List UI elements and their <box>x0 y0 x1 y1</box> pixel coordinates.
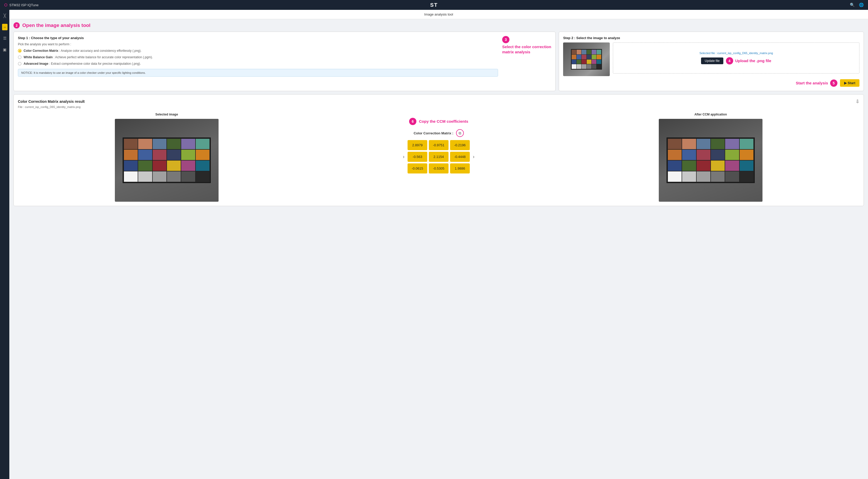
step2-footer: Start the analysis 5 ▶ Start <box>563 79 860 87</box>
radio-wb[interactable]: White Balance Gain : Achieve perfect whi… <box>18 55 498 60</box>
ccm-annotation-text: Copy the CCM coefficients <box>419 119 468 124</box>
section-header: 2 Open the image analysis tool <box>13 22 864 29</box>
matrix-cell: -0.4448 <box>450 152 470 162</box>
radio-ccm-text: Color Correction Matrix : Analyze color … <box>24 49 142 53</box>
sidebar-usb-icon[interactable]: ╳ <box>3 12 7 19</box>
annotation3-text: Select the color correction matrix analy… <box>502 44 551 55</box>
topbar: ⬡ STM32 ISP IQTune ST 🔍 🌐 <box>0 0 868 10</box>
annotation3-badge: 3 <box>502 36 509 43</box>
matrix-cell: 2.8979 <box>408 140 427 150</box>
radio-wb-text: White Balance Gain : Achieve perfect whi… <box>24 55 153 60</box>
start-annotation-text: Start the analysis <box>796 80 828 86</box>
prev-arrow[interactable]: › <box>401 154 406 160</box>
matrix-with-arrows: › 2.8979-0.9751-0.2196-0.5632.1154-0.444… <box>401 140 476 173</box>
radio-adv-circle[interactable] <box>18 62 22 66</box>
start-button[interactable]: ▶ Start <box>840 79 860 87</box>
results-header: Color Correction Matrix analysis result … <box>18 99 860 104</box>
radio-adv[interactable]: Advanced Image : Extract comprehensive c… <box>18 62 498 66</box>
result-left-label: Selected image <box>155 113 178 116</box>
ccm-label: Color Correction Matrix : <box>413 131 453 135</box>
step1-label: Step 1 : Choose the type of your analysi… <box>18 36 498 40</box>
matrix-cell: 2.1154 <box>429 152 448 162</box>
result-right-label: After CCM application <box>694 113 727 116</box>
next-arrow[interactable]: › <box>471 154 476 160</box>
result-col-left: Selected image <box>18 113 315 202</box>
sidebar-document-icon[interactable]: ▣ <box>2 46 7 53</box>
results-columns: Selected image 6 Copy the CCM coefficien… <box>18 113 860 202</box>
pick-label: Pick the analysis you want to perform : <box>18 42 498 46</box>
ccm-col: 6 Copy the CCM coefficients Color Correc… <box>320 113 558 173</box>
step1-card: Step 1 : Choose the type of your analysi… <box>13 32 556 91</box>
upload-area[interactable]: Selected file : current_isp_config_D65_i… <box>613 42 860 73</box>
result-col-right: After CCM application <box>562 113 860 202</box>
matrix-cell: 1.9886 <box>450 163 470 173</box>
selected-file-text: Selected file : current_isp_config_D65_i… <box>700 52 773 55</box>
matrix-grid: 2.8979-0.9751-0.2196-0.5632.1154-0.4448-… <box>408 140 470 173</box>
notice-box: NOTICE: It is mandatory to use an image … <box>18 69 498 77</box>
colorchecker-large-right <box>666 137 755 183</box>
annotation3: 3 Select the color correction matrix ana… <box>502 36 551 55</box>
topbar-actions: 🔍 🌐 <box>850 3 864 7</box>
ccm-annotation: 6 Copy the CCM coefficients <box>409 118 468 125</box>
topbar-center: ST <box>430 2 438 8</box>
colorchecker-large-left <box>123 137 211 183</box>
ccm-label-row: Color Correction Matrix : ⧉ <box>413 129 464 137</box>
main-content: Image analysis tool 2 Open the image ana… <box>9 10 868 479</box>
search-icon[interactable]: 🔍 <box>850 3 855 7</box>
radio-adv-text: Advanced Image : Extract comprehensive c… <box>24 62 141 66</box>
step-badge-2: 2 <box>13 22 20 29</box>
matrix-cell: -0.2196 <box>450 140 470 150</box>
copy-button[interactable]: ⧉ <box>456 129 464 137</box>
annotation4: 4 Upload the .png file <box>726 57 771 65</box>
section-title: Open the image analysis tool <box>22 23 91 28</box>
annotation4-text: Upload the .png file <box>735 58 771 63</box>
result-image-right <box>659 119 763 202</box>
colorchecker-mini <box>571 49 602 70</box>
sidebar-waveform-icon[interactable]: ⎓ <box>2 24 7 30</box>
app-title: STM32 ISP IQTune <box>9 3 39 7</box>
preview-placeholder <box>563 42 610 76</box>
st-logo: ST <box>430 2 438 8</box>
results-title: Color Correction Matrix analysis result <box>18 99 85 104</box>
globe-icon[interactable]: 🌐 <box>859 3 864 7</box>
matrix-cell: -0.563 <box>408 152 427 162</box>
step2-card: Step 2 : Select the image to analyze Sel… <box>559 32 864 91</box>
sidebar-sliders-icon[interactable]: ☰ <box>2 35 7 42</box>
app-title-area: ⬡ STM32 ISP IQTune <box>4 3 39 7</box>
start-annotation: Start the analysis 5 <box>796 79 837 87</box>
st-icon: ⬡ <box>4 3 7 7</box>
step2-label: Step 2 : Select the image to analyze <box>563 36 860 40</box>
page-title: Image analysis tool <box>9 10 868 19</box>
steps-row: Step 1 : Choose the type of your analysi… <box>13 32 864 91</box>
results-file: File : current_isp_config_D65_identity_m… <box>18 105 860 108</box>
start-annotation-badge: 5 <box>830 79 837 87</box>
update-file-button[interactable]: Update file <box>701 58 723 64</box>
matrix-cell: -0.0615 <box>408 163 427 173</box>
result-image-left <box>115 119 219 202</box>
results-card: Color Correction Matrix analysis result … <box>13 94 864 206</box>
annotation4-badge: 4 <box>726 57 733 65</box>
radio-ccm-circle[interactable] <box>18 49 22 53</box>
image-preview <box>563 42 610 76</box>
sidebar: ╳ ⎓ ☰ ▣ <box>0 10 9 479</box>
step2-inner: Selected file : current_isp_config_D65_i… <box>563 42 860 76</box>
ccm-annotation-badge: 6 <box>409 118 416 125</box>
radio-wb-circle[interactable] <box>18 56 22 59</box>
matrix-cell: -0.9751 <box>429 140 448 150</box>
download-icon[interactable]: ⇩ <box>856 99 860 104</box>
radio-ccm[interactable]: Color Correction Matrix : Analyze color … <box>18 49 498 53</box>
matrix-cell: -0.5305 <box>429 163 448 173</box>
